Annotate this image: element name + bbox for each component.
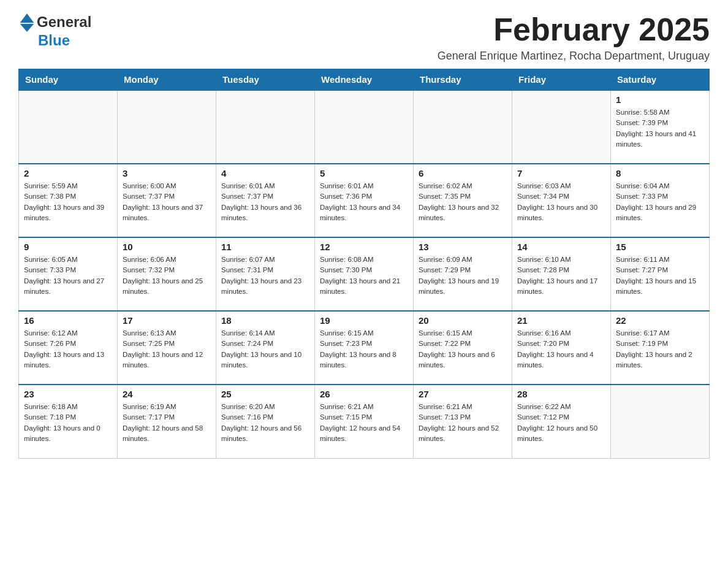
calendar-cell-w5-d5: 27Sunrise: 6:21 AMSunset: 7:13 PMDayligh… <box>414 385 512 458</box>
calendar-cell-w3-d3: 11Sunrise: 6:07 AMSunset: 7:31 PMDayligh… <box>216 237 315 311</box>
month-title: February 2025 <box>438 12 710 47</box>
calendar-cell-w4-d5: 20Sunrise: 6:15 AMSunset: 7:22 PMDayligh… <box>414 311 512 385</box>
calendar-cell-w2-d3: 4Sunrise: 6:01 AMSunset: 7:37 PMDaylight… <box>216 164 315 237</box>
logo-icon <box>18 12 36 32</box>
day-number: 25 <box>221 389 309 399</box>
col-wednesday: Wednesday <box>315 69 414 91</box>
day-number: 28 <box>517 389 605 399</box>
logo-general-text: General <box>37 13 91 31</box>
day-number: 14 <box>517 242 605 252</box>
day-info: Sunrise: 6:03 AMSunset: 7:34 PMDaylight:… <box>517 181 605 223</box>
day-info: Sunrise: 6:21 AMSunset: 7:15 PMDaylight:… <box>320 402 408 444</box>
day-info: Sunrise: 6:16 AMSunset: 7:20 PMDaylight:… <box>517 328 605 370</box>
calendar-cell-w4-d4: 19Sunrise: 6:15 AMSunset: 7:23 PMDayligh… <box>315 311 414 385</box>
calendar-cell-w2-d2: 3Sunrise: 6:00 AMSunset: 7:37 PMDaylight… <box>118 164 216 237</box>
calendar-cell-w2-d1: 2Sunrise: 5:59 AMSunset: 7:38 PMDaylight… <box>19 164 118 237</box>
day-info: Sunrise: 5:59 AMSunset: 7:38 PMDaylight:… <box>24 181 112 223</box>
day-number: 9 <box>24 242 112 252</box>
calendar-cell-w3-d2: 10Sunrise: 6:06 AMSunset: 7:32 PMDayligh… <box>118 237 216 311</box>
calendar-cell-w5-d2: 24Sunrise: 6:19 AMSunset: 7:17 PMDayligh… <box>118 385 216 458</box>
calendar-cell-w4-d6: 21Sunrise: 6:16 AMSunset: 7:20 PMDayligh… <box>512 311 611 385</box>
col-friday: Friday <box>512 69 611 91</box>
calendar-cell-w1-d1 <box>19 90 118 164</box>
day-info: Sunrise: 6:15 AMSunset: 7:22 PMDaylight:… <box>419 328 507 370</box>
col-tuesday: Tuesday <box>216 69 315 91</box>
day-info: Sunrise: 6:01 AMSunset: 7:37 PMDaylight:… <box>221 181 309 223</box>
day-info: Sunrise: 6:15 AMSunset: 7:23 PMDaylight:… <box>320 328 408 370</box>
calendar-cell-w3-d4: 12Sunrise: 6:08 AMSunset: 7:30 PMDayligh… <box>315 237 414 311</box>
calendar-cell-w5-d7 <box>611 385 710 458</box>
page-header: General Blue February 2025 General Enriq… <box>18 12 710 63</box>
day-info: Sunrise: 6:17 AMSunset: 7:19 PMDaylight:… <box>616 328 704 370</box>
day-number: 8 <box>616 168 704 178</box>
calendar-cell-w2-d6: 7Sunrise: 6:03 AMSunset: 7:34 PMDaylight… <box>512 164 611 237</box>
day-number: 23 <box>24 389 112 399</box>
day-number: 10 <box>123 242 211 252</box>
calendar-week-1: 1Sunrise: 5:58 AMSunset: 7:39 PMDaylight… <box>19 90 710 164</box>
day-number: 13 <box>419 242 507 252</box>
logo: General Blue <box>18 12 91 49</box>
calendar-cell-w4-d7: 22Sunrise: 6:17 AMSunset: 7:19 PMDayligh… <box>611 311 710 385</box>
day-info: Sunrise: 6:06 AMSunset: 7:32 PMDaylight:… <box>123 255 211 297</box>
day-number: 5 <box>320 168 408 178</box>
day-info: Sunrise: 6:14 AMSunset: 7:24 PMDaylight:… <box>221 328 309 370</box>
calendar-cell-w1-d4 <box>315 90 414 164</box>
day-info: Sunrise: 6:22 AMSunset: 7:12 PMDaylight:… <box>517 402 605 444</box>
calendar-week-4: 16Sunrise: 6:12 AMSunset: 7:26 PMDayligh… <box>19 311 710 385</box>
day-number: 6 <box>419 168 507 178</box>
calendar-cell-w4-d1: 16Sunrise: 6:12 AMSunset: 7:26 PMDayligh… <box>19 311 118 385</box>
calendar-cell-w4-d2: 17Sunrise: 6:13 AMSunset: 7:25 PMDayligh… <box>118 311 216 385</box>
day-number: 3 <box>123 168 211 178</box>
day-info: Sunrise: 6:19 AMSunset: 7:17 PMDaylight:… <box>123 402 211 444</box>
day-number: 22 <box>616 315 704 326</box>
day-number: 1 <box>616 94 704 105</box>
svg-marker-1 <box>20 24 34 32</box>
day-info: Sunrise: 6:05 AMSunset: 7:33 PMDaylight:… <box>24 255 112 297</box>
calendar-cell-w5-d3: 25Sunrise: 6:20 AMSunset: 7:16 PMDayligh… <box>216 385 315 458</box>
svg-marker-0 <box>20 13 34 23</box>
day-number: 16 <box>24 315 112 326</box>
day-info: Sunrise: 6:21 AMSunset: 7:13 PMDaylight:… <box>419 402 507 444</box>
day-number: 12 <box>320 242 408 252</box>
calendar-cell-w1-d7: 1Sunrise: 5:58 AMSunset: 7:39 PMDaylight… <box>611 90 710 164</box>
day-info: Sunrise: 6:10 AMSunset: 7:28 PMDaylight:… <box>517 255 605 297</box>
col-monday: Monday <box>118 69 216 91</box>
calendar-cell-w2-d4: 5Sunrise: 6:01 AMSunset: 7:36 PMDaylight… <box>315 164 414 237</box>
calendar-cell-w1-d5 <box>414 90 512 164</box>
calendar-week-5: 23Sunrise: 6:18 AMSunset: 7:18 PMDayligh… <box>19 385 710 458</box>
day-number: 4 <box>221 168 309 178</box>
calendar-cell-w4-d3: 18Sunrise: 6:14 AMSunset: 7:24 PMDayligh… <box>216 311 315 385</box>
day-info: Sunrise: 6:18 AMSunset: 7:18 PMDaylight:… <box>24 402 112 444</box>
location-subtitle: General Enrique Martinez, Rocha Departme… <box>438 50 710 63</box>
col-thursday: Thursday <box>414 69 512 91</box>
day-info: Sunrise: 5:58 AMSunset: 7:39 PMDaylight:… <box>616 107 704 150</box>
col-saturday: Saturday <box>611 69 710 91</box>
day-info: Sunrise: 6:08 AMSunset: 7:30 PMDaylight:… <box>320 255 408 297</box>
calendar-week-3: 9Sunrise: 6:05 AMSunset: 7:33 PMDaylight… <box>19 237 710 311</box>
day-number: 18 <box>221 315 309 326</box>
calendar-cell-w2-d7: 8Sunrise: 6:04 AMSunset: 7:33 PMDaylight… <box>611 164 710 237</box>
title-section: February 2025 General Enrique Martinez, … <box>438 12 710 63</box>
calendar-cell-w3-d7: 15Sunrise: 6:11 AMSunset: 7:27 PMDayligh… <box>611 237 710 311</box>
day-info: Sunrise: 6:20 AMSunset: 7:16 PMDaylight:… <box>221 402 309 444</box>
day-info: Sunrise: 6:02 AMSunset: 7:35 PMDaylight:… <box>419 181 507 223</box>
calendar-cell-w3-d1: 9Sunrise: 6:05 AMSunset: 7:33 PMDaylight… <box>19 237 118 311</box>
calendar-cell-w5-d1: 23Sunrise: 6:18 AMSunset: 7:18 PMDayligh… <box>19 385 118 458</box>
calendar-cell-w3-d5: 13Sunrise: 6:09 AMSunset: 7:29 PMDayligh… <box>414 237 512 311</box>
day-info: Sunrise: 6:11 AMSunset: 7:27 PMDaylight:… <box>616 255 704 297</box>
day-info: Sunrise: 6:01 AMSunset: 7:36 PMDaylight:… <box>320 181 408 223</box>
calendar-cell-w1-d6 <box>512 90 611 164</box>
day-number: 2 <box>24 168 112 178</box>
day-info: Sunrise: 6:04 AMSunset: 7:33 PMDaylight:… <box>616 181 704 223</box>
day-info: Sunrise: 6:09 AMSunset: 7:29 PMDaylight:… <box>419 255 507 297</box>
calendar-cell-w1-d3 <box>216 90 315 164</box>
calendar-cell-w5-d6: 28Sunrise: 6:22 AMSunset: 7:12 PMDayligh… <box>512 385 611 458</box>
calendar-table: Sunday Monday Tuesday Wednesday Thursday… <box>18 69 710 459</box>
day-info: Sunrise: 6:12 AMSunset: 7:26 PMDaylight:… <box>24 328 112 370</box>
day-number: 11 <box>221 242 309 252</box>
calendar-cell-w5-d4: 26Sunrise: 6:21 AMSunset: 7:15 PMDayligh… <box>315 385 414 458</box>
day-number: 24 <box>123 389 211 399</box>
day-number: 20 <box>419 315 507 326</box>
day-number: 15 <box>616 242 704 252</box>
day-number: 27 <box>419 389 507 399</box>
